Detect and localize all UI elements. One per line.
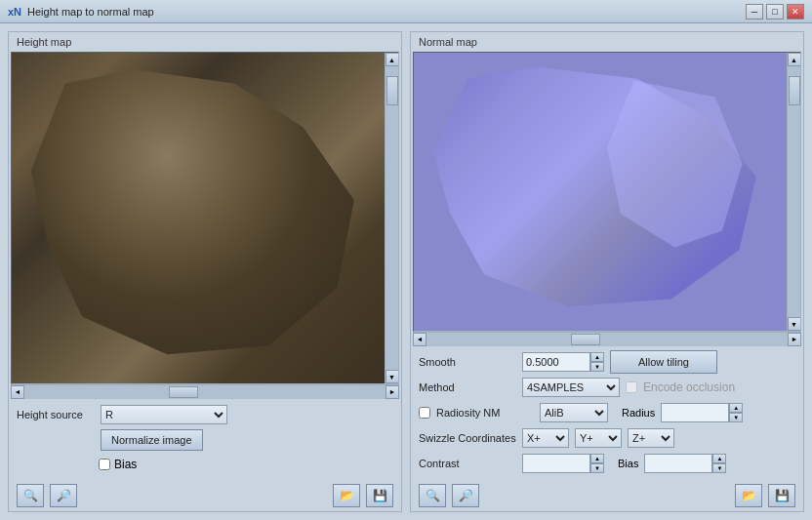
scroll-v-track[interactable] [386,66,399,370]
window-title: Height map to normal map [27,6,740,18]
right-export-button[interactable]: 💾 [768,484,795,507]
minimize-button[interactable]: ─ [746,4,763,20]
radiosity-checkbox[interactable] [419,407,430,419]
swizzle-y-select[interactable]: Y+ Y- [575,428,622,448]
bias-spin-down[interactable]: ▼ [712,463,726,473]
normal-scroll-right-button[interactable]: ► [788,333,801,346]
allow-tiling-button[interactable]: Allow tiling [610,350,717,374]
right-zoom-out-button[interactable]: 🔎 [452,484,479,507]
right-import-button[interactable]: 📂 [735,484,762,507]
smooth-input[interactable] [522,352,590,372]
encode-occlusion-checkbox[interactable] [626,381,637,393]
contrast-spinner: ▲ ▼ [522,454,604,473]
left-bottom-bar: 🔍 🔎 📂 💾 [9,480,401,511]
bias-spin-up[interactable]: ▲ [712,454,726,463]
contrast-input[interactable] [522,454,590,473]
main-container: Height map ▲ ▼ ◄ ► Height sourc [0,23,812,520]
radius-label: Radius [622,407,655,419]
title-bar: xN Height map to normal map ─ □ ✕ [0,0,812,23]
normal-scroll-v-thumb[interactable] [789,76,800,105]
radius-spin-down[interactable]: ▼ [729,413,743,422]
scroll-h-track[interactable] [24,385,386,399]
encode-occlusion-label: Encode occlusion [643,380,735,394]
left-panel: Height map ▲ ▼ ◄ ► Height sourc [8,31,402,512]
normal-scroll-v-track[interactable] [788,66,801,317]
normalize-row: Normalize image [17,429,393,451]
contrast-spin-down[interactable]: ▼ [590,463,604,473]
close-button[interactable]: ✕ [787,4,804,20]
bias-row: Bias [17,455,393,474]
height-map-title: Height map [9,32,401,52]
bias-label-right: Bias [618,458,638,469]
radius-spinner-btns: ▲ ▼ [729,403,743,422]
height-source-row: Height source R G B A [17,404,393,425]
normal-scroll-down-button[interactable]: ▼ [788,317,801,331]
bias-label: Bias [114,458,137,471]
radius-spin-up[interactable]: ▲ [729,403,743,413]
method-label: Method [419,381,516,393]
scroll-h-thumb[interactable] [169,386,198,398]
height-rock-shape [31,69,371,360]
normal-scroll-h-thumb[interactable] [571,334,600,345]
export-button[interactable]: 💾 [366,484,393,507]
right-zoom-in-button[interactable]: 🔍 [419,484,446,507]
bias-input[interactable] [644,454,712,473]
bias-spinner: ▲ ▼ [644,454,726,473]
normal-scroll-vertical: ▲ ▼ [787,53,800,331]
maximize-button[interactable]: □ [766,4,784,20]
window-controls: ─ □ ✕ [746,4,804,20]
swizzle-x-select[interactable]: X+ X- [522,428,569,448]
scroll-down-button[interactable]: ▼ [386,370,399,383]
smooth-spinner-btns: ▲ ▼ [590,352,604,372]
scroll-up-button[interactable]: ▲ [386,53,399,66]
bias-spinner-btns: ▲ ▼ [712,454,726,473]
smooth-spin-up[interactable]: ▲ [590,352,604,362]
right-panel: Normal map ▲ ▼ ◄ ► [410,31,804,512]
zoom-in-button[interactable]: 🔍 [17,484,44,507]
radiosity-label: Radiosity NM [436,407,534,419]
height-source-label: Height source [17,409,95,420]
smooth-label: Smooth [419,356,516,368]
normal-scroll-up-button[interactable]: ▲ [788,53,801,66]
left-panel-controls: Height source R G B A Normalize image Bi… [9,398,401,480]
smooth-row: Smooth ▲ ▼ Allow tiling [419,351,795,373]
app-logo: xN [8,6,21,18]
bias-checkbox[interactable] [99,459,110,470]
radiosity-row: Radiosity NM AliB AliA Stander Radius ▲ … [419,402,795,423]
normal-map-image-container: ▲ ▼ [413,52,801,332]
scroll-right-button[interactable]: ► [386,385,399,399]
height-scroll-horizontal: ◄ ► [11,384,399,398]
swizzle-label: Swizzle Coordinates [419,432,516,444]
normal-scroll-left-button[interactable]: ◄ [413,333,426,346]
scroll-v-thumb[interactable] [386,76,398,105]
normal-scroll-horizontal: ◄ ► [413,332,801,345]
radiosity-select[interactable]: AliB AliA Stander [540,403,608,422]
normal-scroll-h-track[interactable] [426,333,788,346]
height-scroll-vertical: ▲ ▼ [385,53,398,383]
smooth-spin-down[interactable]: ▼ [590,362,604,372]
height-source-select[interactable]: R G B A [101,405,227,424]
right-panel-controls: Smooth ▲ ▼ Allow tiling Method 4SAMPLES … [411,345,803,480]
method-select[interactable]: 4SAMPLES 8SAMPLES SOBEL [522,378,620,397]
scroll-left-button[interactable]: ◄ [11,385,24,399]
height-map-image [12,53,398,383]
contrast-spinner-btns: ▲ ▼ [590,454,604,473]
radius-input[interactable] [661,403,729,422]
contrast-bias-row: Contrast ▲ ▼ Bias ▲ ▼ [419,453,795,474]
contrast-spin-up[interactable]: ▲ [590,454,604,463]
right-bottom-bar: 🔍 🔎 📂 💾 [411,480,803,511]
method-row: Method 4SAMPLES 8SAMPLES SOBEL Encode oc… [419,377,795,398]
zoom-out-button[interactable]: 🔎 [50,484,77,507]
height-map-image-container: ▲ ▼ [11,52,399,384]
swizzle-row: Swizzle Coordinates X+ X- Y+ Y- Z+ Z- [419,427,795,449]
import-button[interactable]: 📂 [333,484,360,507]
radius-spinner: ▲ ▼ [661,403,743,422]
smooth-spinner: ▲ ▼ [522,352,604,372]
contrast-label: Contrast [419,458,516,469]
normal-map-title: Normal map [411,32,803,52]
normalize-button[interactable]: Normalize image [101,429,203,451]
swizzle-z-select[interactable]: Z+ Z- [628,428,674,448]
normal-map-image [414,53,800,331]
